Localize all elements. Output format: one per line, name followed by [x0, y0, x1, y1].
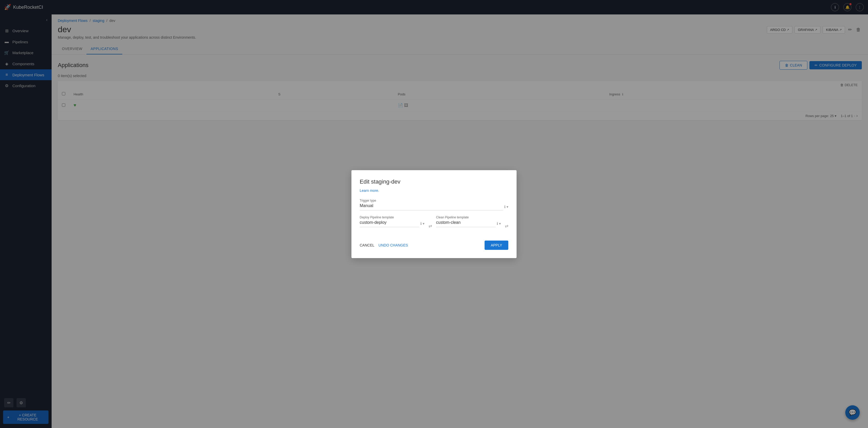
clean-swap-icon[interactable]: ⇄	[505, 224, 508, 228]
edit-dialog: Edit staging-dev Learn more. Trigger typ…	[351, 170, 517, 258]
trigger-type-value: Manual	[360, 203, 503, 210]
pipeline-templates-row: Deploy Pipeline template custom-deploy ℹ…	[360, 216, 508, 232]
deploy-pipeline-dropdown-icon[interactable]: ▾	[423, 222, 425, 226]
trigger-type-dropdown-icon[interactable]: ▾	[506, 205, 508, 209]
deploy-pipeline-col: Deploy Pipeline template custom-deploy ℹ…	[360, 216, 425, 232]
dialog-actions: CANCEL UNDO CHANGES APPLY	[360, 240, 508, 250]
learn-more-link[interactable]: Learn more.	[360, 189, 379, 193]
trigger-type-group: Trigger type Manual ℹ ▾	[360, 199, 508, 210]
swap-icon[interactable]: ⇄	[429, 224, 432, 228]
clean-pipeline-info-icon[interactable]: ℹ	[497, 222, 498, 226]
undo-changes-button[interactable]: UNDO CHANGES	[378, 241, 408, 249]
clean-pipeline-group: Clean Pipeline template custom-clean ℹ ▾	[436, 216, 501, 227]
trigger-type-info-icon[interactable]: ℹ	[504, 205, 505, 209]
clean-pipeline-swap-icon-wrapper: ⇄	[505, 216, 508, 232]
deploy-pipeline-info-icon[interactable]: ℹ	[420, 222, 422, 226]
clean-pipeline-dropdown-icon[interactable]: ▾	[499, 222, 501, 226]
modal-overlay[interactable]: Edit staging-dev Learn more. Trigger typ…	[0, 0, 868, 428]
dialog-title: Edit staging-dev	[360, 178, 508, 185]
clean-pipeline-value: custom-clean	[436, 220, 496, 227]
cancel-button[interactable]: CANCEL	[360, 241, 374, 249]
pipeline-swap-icon-wrapper: ⇄	[429, 216, 432, 232]
trigger-type-label: Trigger type	[360, 199, 508, 202]
deploy-pipeline-field: custom-deploy ℹ ▾	[360, 220, 425, 227]
deploy-pipeline-label: Deploy Pipeline template	[360, 216, 425, 219]
clean-pipeline-label: Clean Pipeline template	[436, 216, 501, 219]
apply-button[interactable]: APPLY	[485, 240, 508, 250]
trigger-type-field: Manual ℹ ▾	[360, 203, 508, 210]
deploy-pipeline-group: Deploy Pipeline template custom-deploy ℹ…	[360, 216, 425, 227]
clean-pipeline-col: Clean Pipeline template custom-clean ℹ ▾	[436, 216, 501, 232]
clean-pipeline-field: custom-clean ℹ ▾	[436, 220, 501, 227]
deploy-pipeline-value: custom-deploy	[360, 220, 419, 227]
